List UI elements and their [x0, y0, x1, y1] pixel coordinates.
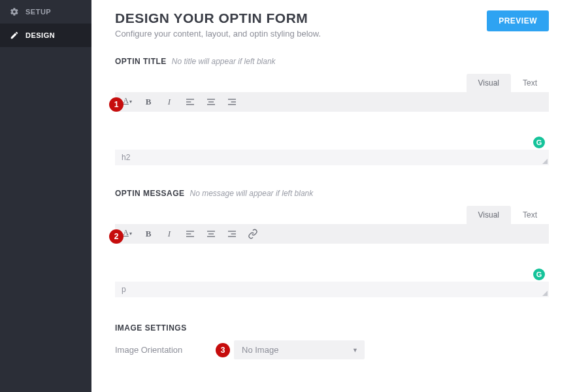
image-settings-section: IMAGE SETTINGS Image Orientation 3 No Im… [115, 323, 549, 359]
optin-message-status: p [115, 282, 549, 297]
tab-text[interactable]: Text [511, 206, 549, 224]
editor-toolbar: A▾ B I [115, 92, 549, 112]
grammarly-icon[interactable]: G [533, 137, 545, 148]
design-icon [10, 31, 19, 40]
main-content: DESIGN YOUR OPTIN FORM Configure your co… [91, 0, 575, 392]
align-left-icon[interactable] [184, 96, 196, 108]
annotation-marker-1: 1 [109, 97, 123, 112]
tab-visual[interactable]: Visual [467, 74, 511, 92]
resize-grip-icon[interactable] [541, 157, 548, 164]
annotation-marker-2: 2 [109, 229, 123, 244]
page-subtitle: Configure your content, layout, and opti… [115, 29, 321, 39]
align-right-icon[interactable] [226, 228, 238, 240]
optin-message-section: OPTIN MESSAGE No message will appear if … [115, 189, 549, 297]
grammarly-icon[interactable]: G [533, 269, 545, 280]
optin-title-status: h2 [115, 150, 549, 165]
editor-status-text: h2 [122, 153, 130, 162]
sidebar-item-design[interactable]: DESIGN [0, 24, 91, 47]
preview-button[interactable]: PREVIEW [487, 10, 549, 31]
optin-message-textarea[interactable] [115, 244, 549, 282]
align-center-icon[interactable] [205, 228, 217, 240]
tab-text[interactable]: Text [511, 74, 549, 92]
optin-title-textarea[interactable] [115, 112, 549, 150]
link-icon[interactable] [247, 228, 259, 240]
tab-visual[interactable]: Visual [467, 206, 511, 224]
gear-icon [10, 7, 19, 16]
image-orientation-label: Image Orientation [115, 345, 193, 355]
sidebar-item-label: SETUP [25, 8, 51, 16]
page-title: DESIGN YOUR OPTIN FORM [115, 10, 321, 26]
optin-title-label: OPTIN TITLE [115, 57, 167, 66]
annotation-marker-3: 3 [216, 343, 230, 357]
align-right-icon[interactable] [226, 96, 238, 108]
optin-title-hint: No title will appear if left blank [172, 57, 276, 66]
editor-status-text: p [122, 285, 126, 294]
align-left-icon[interactable] [184, 228, 196, 240]
align-center-icon[interactable] [205, 96, 217, 108]
optin-message-hint: No message will appear if left blank [190, 189, 314, 198]
bold-icon[interactable]: B [142, 96, 154, 108]
italic-icon[interactable]: I [163, 228, 175, 240]
editor-toolbar: A▾ B I [115, 224, 549, 244]
resize-grip-icon[interactable] [541, 289, 548, 296]
bold-icon[interactable]: B [142, 228, 154, 240]
sidebar-item-setup[interactable]: SETUP [0, 0, 91, 24]
optin-message-label: OPTIN MESSAGE [115, 189, 185, 198]
optin-title-editor: Visual Text A▾ B I G h2 [115, 74, 549, 165]
optin-title-section: OPTIN TITLE No title will appear if left… [115, 57, 549, 165]
italic-icon[interactable]: I [163, 96, 175, 108]
image-settings-label: IMAGE SETTINGS [115, 323, 549, 333]
image-orientation-select[interactable]: No Image [234, 340, 365, 359]
optin-message-editor: Visual Text A▾ B I G p [115, 206, 549, 297]
sidebar-item-label: DESIGN [25, 31, 55, 39]
sidebar: SETUP DESIGN [0, 0, 91, 392]
